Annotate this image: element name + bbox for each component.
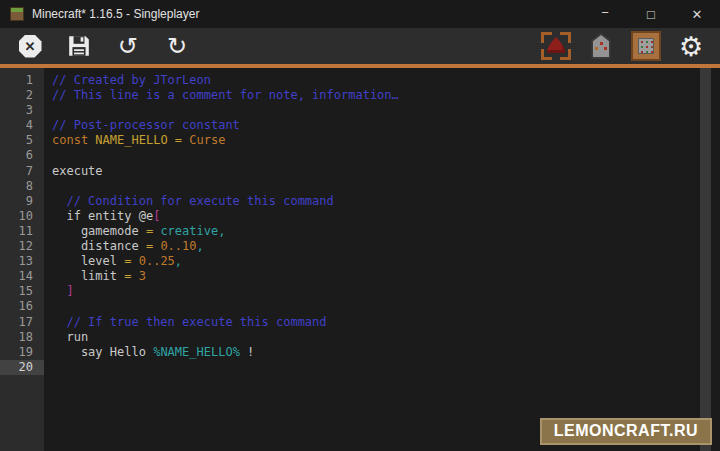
line-number: 16 bbox=[0, 299, 44, 314]
line-number: 12 bbox=[0, 239, 44, 254]
code-text: // If true then execute this command bbox=[44, 315, 720, 330]
code-line[interactable]: 16 bbox=[0, 299, 720, 314]
line-number: 3 bbox=[0, 103, 44, 118]
code-text: say Hello %NAME_HELLO% ! bbox=[44, 345, 720, 360]
code-text: // This line is a comment for note, info… bbox=[44, 88, 720, 103]
code-text bbox=[44, 360, 720, 375]
code-line[interactable]: 6 bbox=[0, 148, 720, 163]
maximize-icon: □ bbox=[647, 7, 655, 22]
close-icon: ✕ bbox=[692, 7, 703, 22]
octagon-x-icon: ✕ bbox=[19, 35, 42, 58]
toolbar-left-group: ✕ ↺ ↻ bbox=[0, 31, 192, 61]
maximize-button[interactable]: □ bbox=[628, 0, 674, 28]
settings-button[interactable]: ⚙ bbox=[676, 31, 706, 61]
minimize-icon: − bbox=[601, 5, 609, 20]
code-text: ] bbox=[44, 284, 720, 299]
toolbar-right-group: ⚙ bbox=[541, 31, 720, 61]
code-line[interactable]: 13 level = 0..25, bbox=[0, 254, 720, 269]
titlebar: Minecraft* 1.16.5 - Singleplayer − □ ✕ bbox=[0, 0, 720, 28]
code-text: run bbox=[44, 330, 720, 345]
floppy-disk-icon bbox=[67, 34, 91, 58]
code-line[interactable]: 19 say Hello %NAME_HELLO% ! bbox=[0, 345, 720, 360]
home-icon bbox=[589, 33, 613, 59]
grass-block-icon bbox=[10, 7, 24, 21]
code-text: execute bbox=[44, 164, 720, 179]
line-number: 11 bbox=[0, 224, 44, 239]
line-number: 6 bbox=[0, 148, 44, 163]
redo-icon: ↻ bbox=[167, 34, 187, 58]
undo-icon: ↺ bbox=[118, 34, 138, 58]
line-number: 9 bbox=[0, 194, 44, 209]
code-text bbox=[44, 103, 720, 118]
code-text bbox=[44, 179, 720, 194]
code-text: // Post-processor constant bbox=[44, 118, 720, 133]
code-line[interactable]: 14 limit = 3 bbox=[0, 269, 720, 284]
line-number: 8 bbox=[0, 179, 44, 194]
code-line[interactable]: 5const NAME_HELLO = Curse bbox=[0, 133, 720, 148]
line-number: 13 bbox=[0, 254, 44, 269]
line-number: 1 bbox=[0, 73, 44, 88]
undo-button[interactable]: ↺ bbox=[113, 31, 143, 61]
line-number: 7 bbox=[0, 164, 44, 179]
minimize-button[interactable]: − bbox=[582, 0, 628, 28]
redo-button[interactable]: ↻ bbox=[162, 31, 192, 61]
code-line[interactable]: 10 if entity @e[ bbox=[0, 209, 720, 224]
code-line[interactable]: 3 bbox=[0, 103, 720, 118]
code-line[interactable]: 17 // If true then execute this command bbox=[0, 315, 720, 330]
code-line[interactable]: 2// This line is a comment for note, inf… bbox=[0, 88, 720, 103]
line-number: 15 bbox=[0, 284, 44, 299]
line-number: 5 bbox=[0, 133, 44, 148]
code-line[interactable]: 1// Created by JTorLeon bbox=[0, 73, 720, 88]
save-button[interactable] bbox=[64, 31, 94, 61]
code-text: distance = 0..10, bbox=[44, 239, 720, 254]
line-number: 2 bbox=[0, 88, 44, 103]
crafting-table-icon bbox=[631, 31, 661, 61]
line-number: 14 bbox=[0, 269, 44, 284]
app-window: Minecraft* 1.16.5 - Singleplayer − □ ✕ ✕ bbox=[0, 0, 720, 451]
line-number: 4 bbox=[0, 118, 44, 133]
vertical-scrollbar[interactable] bbox=[700, 68, 711, 451]
code-line[interactable]: 18 run bbox=[0, 330, 720, 345]
code-line[interactable]: 4// Post-processor constant bbox=[0, 118, 720, 133]
code-text: level = 0..25, bbox=[44, 254, 720, 269]
close-button[interactable]: ✕ bbox=[674, 0, 720, 28]
code-line[interactable]: 9 // Condition for execute this command bbox=[0, 194, 720, 209]
line-number: 18 bbox=[0, 330, 44, 345]
code-text: // Condition for execute this command bbox=[44, 194, 720, 209]
home-button[interactable] bbox=[586, 31, 616, 61]
code-line[interactable]: 8 bbox=[0, 179, 720, 194]
code-text: gamemode = creative, bbox=[44, 224, 720, 239]
code-text bbox=[44, 299, 720, 314]
line-number: 20 bbox=[0, 360, 44, 375]
code-editor[interactable]: 1// Created by JTorLeon2// This line is … bbox=[0, 68, 720, 451]
redstone-dust-icon bbox=[541, 32, 571, 60]
code-rows: 1// Created by JTorLeon2// This line is … bbox=[0, 68, 720, 375]
crafting-table-button[interactable] bbox=[631, 31, 661, 61]
code-line[interactable]: 15 ] bbox=[0, 284, 720, 299]
code-line[interactable]: 11 gamemode = creative, bbox=[0, 224, 720, 239]
code-text: limit = 3 bbox=[44, 269, 720, 284]
redstone-select-button[interactable] bbox=[541, 31, 571, 61]
clear-button[interactable]: ✕ bbox=[15, 31, 45, 61]
code-line[interactable]: 20 bbox=[0, 360, 720, 375]
code-line[interactable]: 7execute bbox=[0, 164, 720, 179]
code-line[interactable]: 12 distance = 0..10, bbox=[0, 239, 720, 254]
line-number: 19 bbox=[0, 345, 44, 360]
gear-icon: ⚙ bbox=[679, 33, 703, 60]
line-number: 17 bbox=[0, 315, 44, 330]
code-text: if entity @e[ bbox=[44, 209, 720, 224]
watermark-banner: LEMONCRAFT.RU bbox=[540, 418, 712, 445]
code-text: // Created by JTorLeon bbox=[44, 73, 720, 88]
toolbar: ✕ ↺ ↻ bbox=[0, 28, 720, 68]
line-number: 10 bbox=[0, 209, 44, 224]
code-text bbox=[44, 148, 720, 163]
window-title: Minecraft* 1.16.5 - Singleplayer bbox=[32, 7, 199, 21]
code-text: const NAME_HELLO = Curse bbox=[44, 133, 720, 148]
